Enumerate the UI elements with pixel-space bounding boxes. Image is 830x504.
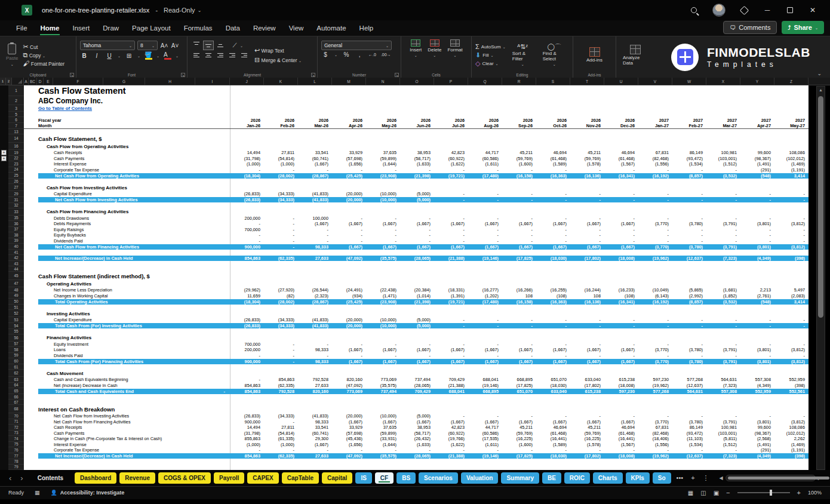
ribbon-tab-insert[interactable]: Insert <box>66 20 96 36</box>
cell-Y-38[interactable]: - <box>740 232 774 238</box>
cell-Z-50[interactable]: 3,414 <box>774 299 809 305</box>
cell-Z-29[interactable]: - <box>774 191 809 197</box>
row-header-77[interactable]: 77 <box>8 453 24 459</box>
cell-Y-65[interactable]: 552,959 <box>740 388 774 394</box>
cell-V-59[interactable]: - <box>638 353 672 359</box>
cell-V-73[interactable]: (82,468) <box>638 431 672 437</box>
increase-indent-button[interactable] <box>239 51 250 61</box>
cell-U-48[interactable]: (16,233) <box>604 287 638 293</box>
cell-V-42[interactable]: (19,962) <box>638 255 672 261</box>
cell-T-36[interactable]: (1,667) <box>570 221 604 227</box>
cell-P-75[interactable]: (1,622) <box>434 442 468 448</box>
cell-V-22[interactable]: (82,468) <box>638 156 672 162</box>
cell-K-76[interactable]: - <box>264 447 298 453</box>
row-header-29[interactable]: 29 <box>8 191 24 197</box>
column-header-M[interactable]: M <box>332 78 366 85</box>
cell-R-58[interactable]: (1,667) <box>502 347 536 353</box>
cell-P-24[interactable]: - <box>434 167 468 173</box>
close-button[interactable]: ✕ <box>809 6 817 14</box>
cell-W-22[interactable]: (93,472) <box>672 156 706 162</box>
cell-N-58[interactable]: (1,667) <box>366 347 400 353</box>
cell-W-72[interactable]: 86,149 <box>672 425 706 431</box>
cell-K-74[interactable]: (61,335) <box>264 436 298 442</box>
cell-L-74[interactable]: 29,300 <box>298 436 332 442</box>
cell-Y-60[interactable]: (3,801) <box>740 358 774 364</box>
column-header-F[interactable]: F <box>53 78 103 85</box>
cell-J-35[interactable]: 200,000 <box>230 216 264 222</box>
ribbon-tab-view[interactable]: View <box>282 20 311 36</box>
cell-W-31[interactable]: - <box>672 197 706 203</box>
cell-X-58[interactable]: (3,791) <box>706 347 740 353</box>
sheet-tab-revenue[interactable]: Revenue <box>119 472 155 484</box>
cell-P-39[interactable]: - <box>434 238 468 244</box>
cell-Y-39[interactable]: - <box>740 238 774 244</box>
cell-J-72[interactable]: 14,494 <box>230 425 264 431</box>
cell-L-7[interactable]: Mar-26 <box>298 123 332 128</box>
font-size-select[interactable]: 8⌄ <box>137 41 158 50</box>
cell-U-31[interactable]: - <box>604 197 638 203</box>
accessibility-status[interactable]: 👤 Accessibility: Investigate <box>51 490 125 496</box>
cell-Y-70[interactable]: - <box>740 413 774 419</box>
cell-Y-24[interactable]: (291) <box>740 167 774 173</box>
cell-M-19[interactable]: 33,929 <box>332 150 366 156</box>
cell-S-6[interactable]: 2026 <box>536 117 570 123</box>
cell-L-36[interactable]: (1,667) <box>298 221 332 227</box>
cell-label[interactable]: Net (Increase) Decrease In Cash <box>24 383 230 389</box>
cell-L-63[interactable]: 792,528 <box>298 377 332 383</box>
cell-Y-50[interactable]: (548) <box>740 299 774 305</box>
cell-U-42[interactable]: (18,008) <box>604 255 638 261</box>
cell-L-39[interactable]: - <box>298 238 332 244</box>
cell-X-57[interactable]: - <box>706 342 740 348</box>
cell-N-77[interactable]: (35,575) <box>366 453 400 459</box>
cell-X-23[interactable]: (1,512) <box>706 161 740 167</box>
column-header-D[interactable]: D <box>37 78 44 85</box>
cell-label[interactable]: Net Cash Flow from Financing Activities <box>24 244 230 250</box>
cell-N-73[interactable]: (59,899) <box>366 431 400 437</box>
cell-R-63[interactable]: 668,895 <box>502 377 536 383</box>
cell-T-64[interactable]: (17,802) <box>570 383 604 389</box>
cell-J-58[interactable]: 200,000 <box>230 347 264 353</box>
cell-label[interactable]: Interest Expense <box>24 442 230 448</box>
cell-O-42[interactable]: (28,065) <box>400 255 434 261</box>
cell-Y-35[interactable]: - <box>740 216 774 222</box>
cell-K-49[interactable]: (82) <box>264 293 298 299</box>
row-header-58[interactable]: 58 <box>8 347 24 353</box>
cell-R-74[interactable]: (16,225) <box>502 436 536 442</box>
cell-S-48[interactable]: (16,255) <box>536 287 570 293</box>
cell-P-42[interactable]: (21,388) <box>434 255 468 261</box>
cell-X-49[interactable]: (1,852) <box>706 293 740 299</box>
cell-X-60[interactable]: (3,791) <box>706 358 740 364</box>
row-header-24[interactable]: 24 <box>8 167 24 173</box>
cell-X-24[interactable]: - <box>706 167 740 173</box>
font-color-button[interactable]: A <box>164 51 171 60</box>
cell-O-76[interactable]: - <box>400 447 434 453</box>
cell-N-76[interactable]: - <box>366 447 400 453</box>
cell-S-60[interactable]: (1,667) <box>536 358 570 364</box>
cell-label[interactable] <box>24 459 809 465</box>
cell-T-60[interactable]: (1,667) <box>570 358 604 364</box>
cell-label[interactable]: Cash Receipts <box>24 150 230 156</box>
cell-O-58[interactable]: (1,667) <box>400 347 434 353</box>
cell-Y-57[interactable]: - <box>740 342 774 348</box>
cell-label[interactable]: Net Cash Flow from Operating Activities <box>24 173 230 179</box>
cell-O-60[interactable]: (1,667) <box>400 358 434 364</box>
cell-Q-76[interactable]: - <box>468 447 502 453</box>
cell-S-49[interactable]: (108) <box>536 293 570 299</box>
cell-V-72[interactable]: 67,831 <box>638 425 672 431</box>
cell-Y-19[interactable]: 99,600 <box>740 150 774 156</box>
cell-U-59[interactable]: - <box>604 353 638 359</box>
cell-X-72[interactable]: 100,981 <box>706 425 740 431</box>
cell-M-76[interactable]: - <box>332 447 366 453</box>
cell-Y-72[interactable]: 99,600 <box>740 425 774 431</box>
cell-Z-24[interactable]: (1,191) <box>774 167 809 173</box>
cell-Q-38[interactable]: - <box>468 232 502 238</box>
cell-Y-54[interactable]: - <box>740 323 774 329</box>
cell-T-19[interactable]: 45,211 <box>570 150 604 156</box>
cell-J-31[interactable]: (26,833) <box>230 197 264 203</box>
column-header-S[interactable]: S <box>536 78 570 85</box>
cell-L-54[interactable]: (41,833) <box>298 323 332 329</box>
cell-J-7[interactable]: Jan-26 <box>230 123 264 128</box>
cell-T-22[interactable]: (59,769) <box>570 156 604 162</box>
cell-N-36[interactable]: (1,667) <box>366 221 400 227</box>
column-header-V[interactable]: V <box>638 78 672 85</box>
